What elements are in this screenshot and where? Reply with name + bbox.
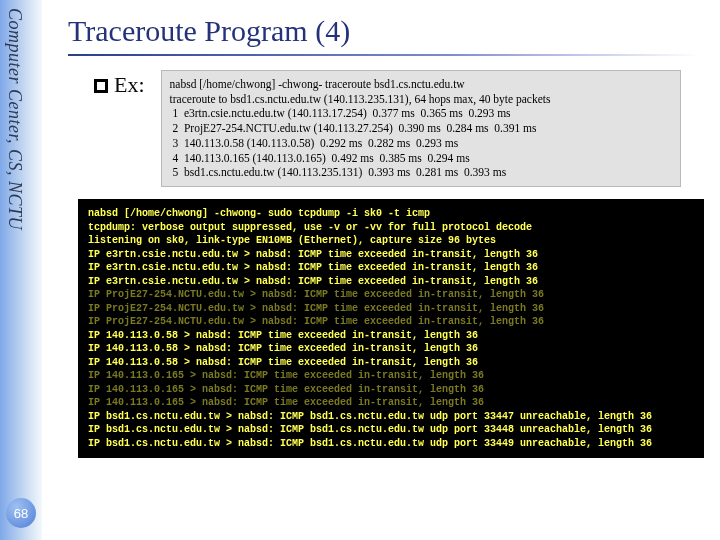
terminal-line: IP e3rtn.csie.nctu.edu.tw > nabsd: ICMP … bbox=[88, 261, 694, 275]
trace-line: traceroute to bsd1.cs.nctu.edu.tw (140.1… bbox=[170, 92, 672, 107]
trace-line: 5 bsd1.cs.nctu.edu.tw (140.113.235.131) … bbox=[170, 165, 672, 180]
terminal-line: IP 140.113.0.165 > nabsd: ICMP time exce… bbox=[88, 369, 694, 383]
terminal-line: IP 140.113.0.58 > nabsd: ICMP time excee… bbox=[88, 356, 694, 370]
terminal-line: IP bsd1.cs.nctu.edu.tw > nabsd: ICMP bsd… bbox=[88, 437, 694, 451]
rail-text: Computer Center, CS, NCTU bbox=[4, 8, 25, 230]
terminal-line: IP ProjE27-254.NCTU.edu.tw > nabsd: ICMP… bbox=[88, 302, 694, 316]
terminal-line: IP ProjE27-254.NCTU.edu.tw > nabsd: ICMP… bbox=[88, 315, 694, 329]
example-row: Ex: nabsd [/home/chwong] -chwong- tracer… bbox=[94, 70, 700, 187]
terminal-line: IP e3rtn.csie.nctu.edu.tw > nabsd: ICMP … bbox=[88, 275, 694, 289]
terminal-line: IP bsd1.cs.nctu.edu.tw > nabsd: ICMP bsd… bbox=[88, 423, 694, 437]
divider bbox=[68, 54, 700, 56]
terminal-line: IP e3rtn.csie.nctu.edu.tw > nabsd: ICMP … bbox=[88, 248, 694, 262]
terminal-line: nabsd [/home/chwong] -chwong- sudo tcpdu… bbox=[88, 207, 694, 221]
trace-line: nabsd [/home/chwong] -chwong- traceroute… bbox=[170, 77, 672, 92]
trace-line: 1 e3rtn.csie.nctu.edu.tw (140.113.17.254… bbox=[170, 106, 672, 121]
slide-content: Traceroute Program (4) Ex: nabsd [/home/… bbox=[54, 0, 714, 458]
traceroute-output: nabsd [/home/chwong] -chwong- traceroute… bbox=[161, 70, 681, 187]
terminal-line: tcpdump: verbose output suppressed, use … bbox=[88, 221, 694, 235]
terminal-line: IP bsd1.cs.nctu.edu.tw > nabsd: ICMP bsd… bbox=[88, 410, 694, 424]
example-label-text: Ex: bbox=[114, 72, 145, 97]
tcpdump-terminal: nabsd [/home/chwong] -chwong- sudo tcpdu… bbox=[78, 199, 704, 458]
bullet-icon bbox=[94, 79, 108, 93]
terminal-line: listening on sk0, link-type EN10MB (Ethe… bbox=[88, 234, 694, 248]
example-label: Ex: bbox=[94, 72, 145, 98]
terminal-line: IP ProjE27-254.NCTU.edu.tw > nabsd: ICMP… bbox=[88, 288, 694, 302]
terminal-line: IP 140.113.0.58 > nabsd: ICMP time excee… bbox=[88, 329, 694, 343]
trace-line: 4 140.113.0.165 (140.113.0.165) 0.492 ms… bbox=[170, 151, 672, 166]
trace-line: 2 ProjE27-254.NCTU.edu.tw (140.113.27.25… bbox=[170, 121, 672, 136]
trace-line: 3 140.113.0.58 (140.113.0.58) 0.292 ms 0… bbox=[170, 136, 672, 151]
terminal-line: IP 140.113.0.165 > nabsd: ICMP time exce… bbox=[88, 383, 694, 397]
terminal-line: IP 140.113.0.165 > nabsd: ICMP time exce… bbox=[88, 396, 694, 410]
slide-title: Traceroute Program (4) bbox=[68, 14, 700, 48]
left-rail: Computer Center, CS, NCTU bbox=[0, 0, 42, 540]
page-number: 68 bbox=[6, 498, 36, 528]
terminal-line: IP 140.113.0.58 > nabsd: ICMP time excee… bbox=[88, 342, 694, 356]
